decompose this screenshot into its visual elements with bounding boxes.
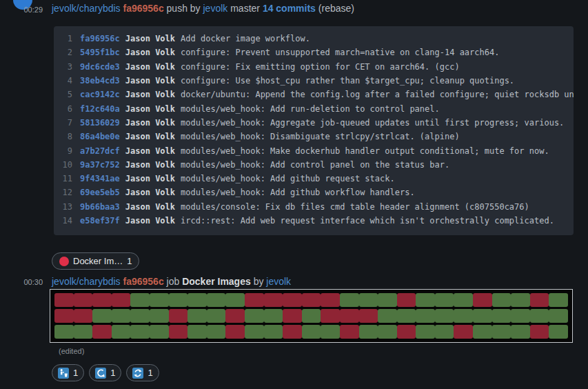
reaction-count: 1 — [73, 368, 78, 378]
user-link[interactable]: jevolk — [203, 3, 228, 14]
job-cell-failed — [74, 309, 93, 323]
commit-hash-link[interactable]: 5495f1bc — [80, 48, 120, 57]
commit-message: configure: Prevent unsupported march=nat… — [181, 48, 499, 57]
job-cell-passed — [264, 325, 283, 339]
job-cell-failed — [340, 309, 359, 323]
reaction-undo[interactable]: 1 — [89, 364, 121, 381]
job-cell-passed — [549, 325, 568, 339]
job-cell-failed — [321, 293, 340, 307]
job-cell-passed — [492, 325, 511, 339]
job-cell-passed — [150, 293, 169, 307]
job-cell-passed — [473, 325, 492, 339]
commit-hash-link[interactable]: 58136029 — [80, 118, 120, 128]
commit-hash-link[interactable]: a7b27dcf — [80, 146, 120, 156]
job-cell-failed — [112, 293, 131, 307]
job-cell-failed — [454, 325, 473, 339]
line-number: 2 — [62, 48, 72, 57]
reaction-refresh[interactable]: 1 — [126, 364, 159, 381]
job-cell-failed — [321, 309, 340, 323]
reaction-litter[interactable]: 1 — [52, 364, 84, 381]
job-grid-row — [54, 309, 568, 323]
job-grid-row — [54, 325, 568, 339]
reaction-count: 1 — [148, 368, 152, 378]
job-cell-passed — [378, 293, 397, 307]
job-cell-passed — [302, 325, 321, 339]
job-cell-passed — [416, 309, 435, 323]
job-cell-failed — [302, 293, 321, 307]
job-cell-failed — [92, 293, 112, 307]
repo-link[interactable]: jevolk/charybdis — [52, 3, 121, 14]
commit-line: 1269ee5eb5Jason Volkmodules/web_hook: Ad… — [62, 186, 574, 199]
commit-line: 139b66baa3Jason Volkmodules/console: Fix… — [62, 200, 574, 214]
line-number: 4 — [62, 76, 72, 86]
job-cell-passed — [54, 325, 74, 339]
commit-hash-link[interactable]: e58ef37f — [80, 216, 120, 226]
reaction-row: Docker Im… 1 — [52, 252, 139, 270]
reaction-count: 1 — [127, 256, 132, 266]
job-cell-passed — [397, 309, 416, 323]
reaction-label: Docker Im… — [73, 256, 123, 266]
line-number: 11 — [62, 174, 72, 183]
commit-hash-link[interactable]: fa96956c — [123, 276, 164, 287]
commit-message: modules/web_hook: Add run-deletion to co… — [181, 104, 440, 114]
job-cell-passed — [130, 325, 150, 339]
job-cell-passed — [187, 325, 207, 339]
job-message-header: jevolk/charybdis fa96956c job Docker Ima… — [52, 276, 291, 287]
commit-message: modules/console: Fix db files cmd table … — [181, 202, 529, 212]
job-cell-passed — [473, 309, 492, 323]
commit-author: Jason Volk — [125, 118, 175, 128]
commit-hash-link[interactable]: 9f4341ae — [80, 174, 120, 183]
job-cell-passed — [511, 293, 530, 307]
commit-hash-link[interactable]: fa96956c — [123, 3, 164, 14]
commit-hash-link[interactable]: 86a4be0e — [80, 132, 120, 141]
commit-author: Jason Volk — [125, 104, 175, 114]
job-cell-passed — [264, 309, 283, 323]
job-cell-passed — [169, 293, 188, 307]
job-cell-passed — [112, 309, 131, 323]
job-cell-failed — [169, 325, 188, 339]
commit-hash-link[interactable]: 9b66baa3 — [80, 202, 120, 212]
commit-author: Jason Volk — [125, 202, 175, 212]
by-label: by — [254, 276, 264, 287]
commit-line: 1fa96956cJason VolkAdd docker image work… — [62, 32, 574, 46]
commit-hash-link[interactable]: cac9142c — [80, 90, 120, 99]
branch-label: master — [230, 3, 260, 14]
commit-author: Jason Volk — [125, 48, 175, 57]
commit-author: Jason Volk — [125, 132, 175, 141]
commit-hash-link[interactable]: 38eb4cd3 — [80, 76, 120, 86]
commit-hash-link[interactable]: fa96956c — [80, 34, 120, 43]
commit-hash-link[interactable]: 9a37c752 — [80, 160, 120, 170]
job-cell-passed — [130, 309, 150, 323]
commit-list[interactable]: 1fa96956cJason VolkAdd docker image work… — [54, 26, 574, 235]
job-cell-failed — [283, 309, 302, 323]
job-cell-passed — [74, 325, 93, 339]
job-cell-passed — [207, 325, 226, 339]
commit-author: Jason Volk — [125, 34, 175, 43]
commit-message: modules/web_hook: Add github workflow ha… — [181, 188, 415, 197]
commit-hash-link[interactable]: 69ee5eb5 — [80, 188, 120, 197]
job-cell-passed — [187, 309, 207, 323]
repo-link[interactable]: jevolk/charybdis — [52, 276, 121, 287]
rebase-label: (rebase) — [318, 3, 354, 14]
job-cell-passed — [207, 309, 226, 323]
line-number: 13 — [62, 202, 72, 212]
commits-count-link[interactable]: 14 commits — [263, 3, 316, 14]
job-cell-passed — [530, 309, 549, 323]
user-link[interactable]: jevolk — [266, 276, 291, 287]
reaction-docker-images[interactable]: Docker Im… 1 — [52, 252, 139, 270]
commit-hash-link[interactable]: f12c640a — [80, 104, 120, 114]
job-cell-passed — [435, 325, 454, 339]
job-cell-failed — [359, 309, 378, 323]
line-number: 1 — [62, 34, 72, 43]
job-cell-passed — [454, 293, 473, 307]
job-cell-passed — [511, 309, 530, 323]
job-cell-passed — [416, 325, 435, 339]
job-cell-failed — [397, 325, 416, 339]
commit-hash-link[interactable]: 9dc6cde3 — [80, 62, 120, 72]
line-number: 9 — [62, 146, 72, 156]
commit-line: 5cac9142cJason Volkdocker/ubuntu: Append… — [62, 88, 574, 101]
job-cell-passed — [511, 325, 530, 339]
commit-message: docker/ubuntu: Append the config.log aft… — [181, 90, 574, 99]
edited-label: (edited) — [59, 347, 84, 355]
job-cell-passed — [549, 293, 568, 307]
